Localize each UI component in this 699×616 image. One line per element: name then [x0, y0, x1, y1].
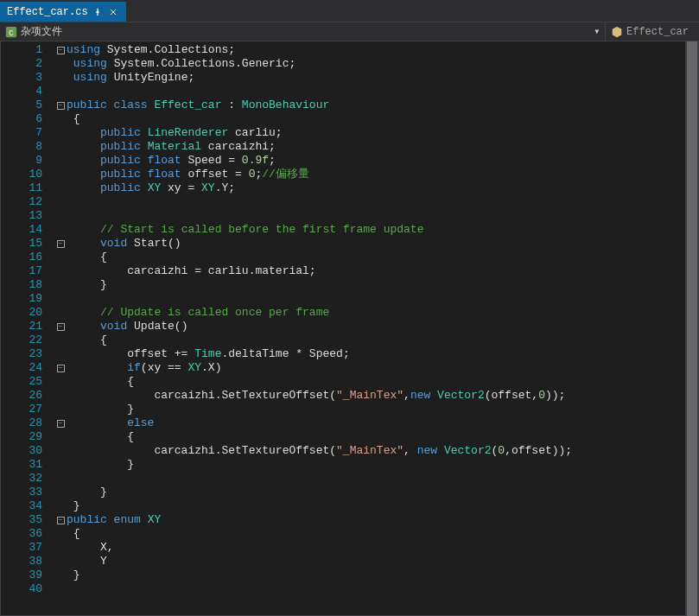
code-line[interactable] [67, 85, 698, 98]
fold-cell [54, 181, 67, 195]
code-line[interactable] [67, 209, 698, 223]
line-number: 13 [1, 209, 54, 223]
code-line[interactable]: public float offset = 0;//偏移量 [67, 168, 698, 181]
fold-minus-icon[interactable]: − [57, 240, 65, 248]
code-line[interactable]: // Update is called once per frame [67, 306, 698, 320]
line-number: 11 [1, 181, 54, 195]
code-line[interactable]: carcaizhi.SetTextureOffset("_MainTex", n… [67, 444, 698, 458]
fold-cell [54, 57, 67, 71]
line-number: 37 [1, 541, 54, 555]
fold-cell [54, 458, 67, 472]
line-number: 2 [1, 57, 54, 71]
code-line[interactable]: else [67, 416, 698, 430]
code-line[interactable]: public LineRenderer carliu; [67, 126, 698, 140]
fold-cell [54, 126, 67, 140]
code-line[interactable]: using System.Collections.Generic; [67, 57, 698, 71]
fold-minus-icon[interactable]: − [57, 47, 65, 54]
code-line[interactable]: // Start is called before the first fram… [67, 223, 698, 237]
line-number: 35 [1, 513, 54, 527]
fold-minus-icon[interactable]: − [57, 365, 65, 372]
code-line[interactable]: void Update() [67, 320, 698, 333]
close-icon[interactable] [107, 6, 119, 18]
breadcrumb-bar: C 杂项文件 ▾ Effect_car [0, 22, 699, 41]
line-number: 25 [1, 375, 54, 389]
breadcrumb-left[interactable]: C 杂项文件 [0, 24, 67, 39]
fold-minus-icon[interactable]: − [57, 517, 65, 524]
line-number: 20 [1, 306, 54, 320]
fold-cell[interactable]: − [54, 513, 67, 527]
code-line[interactable]: carcaizhi.SetTextureOffset("_MainTex",ne… [67, 389, 698, 403]
code-line[interactable] [67, 195, 698, 209]
fold-cell [54, 223, 67, 237]
code-line[interactable]: } [67, 568, 698, 582]
scrollbar-thumb[interactable] [687, 41, 697, 616]
editor: 1234567891011121314151617181920212223242… [0, 41, 699, 616]
fold-cell [54, 278, 67, 292]
csharp-file-icon: C [5, 26, 17, 38]
code-line[interactable] [67, 292, 698, 306]
fold-cell [54, 444, 67, 458]
code-line[interactable]: } [67, 499, 698, 513]
code-line[interactable]: public Material carcaizhi; [67, 140, 698, 154]
fold-minus-icon[interactable]: − [57, 420, 65, 428]
line-number: 3 [1, 71, 54, 85]
fold-minus-icon[interactable]: − [57, 102, 65, 110]
class-icon [611, 26, 623, 38]
code-line[interactable]: X, [67, 541, 698, 555]
line-number: 32 [1, 472, 54, 486]
breadcrumb-dropdown-icon[interactable]: ▾ [589, 25, 605, 38]
line-number: 12 [1, 195, 54, 209]
code-area[interactable]: using System.Collections; using System.C… [67, 41, 698, 615]
vertical-scrollbar[interactable] [685, 41, 699, 616]
code-line[interactable]: offset += Time.deltaTime * Speed; [67, 347, 698, 361]
code-line[interactable]: } [67, 278, 698, 292]
line-number: 18 [1, 278, 54, 292]
fold-cell [54, 140, 67, 154]
fold-cell [54, 430, 67, 444]
code-line[interactable]: public float Speed = 0.9f; [67, 154, 698, 168]
code-line[interactable]: using UnityEngine; [67, 71, 698, 85]
fold-cell [54, 403, 67, 416]
code-line[interactable]: Y [67, 555, 698, 568]
line-number: 23 [1, 347, 54, 361]
code-line[interactable]: void Start() [67, 237, 698, 251]
tab-filename: Effect_car.cs [7, 6, 88, 18]
fold-cell[interactable]: − [54, 361, 67, 375]
fold-cell [54, 264, 67, 278]
line-number: 5 [1, 98, 54, 112]
fold-cell[interactable]: − [54, 416, 67, 430]
code-line[interactable] [67, 472, 698, 486]
fold-cell [54, 333, 67, 347]
code-line[interactable]: carcaizhi = carliu.material; [67, 264, 698, 278]
code-line[interactable]: } [67, 486, 698, 499]
fold-minus-icon[interactable]: − [57, 323, 65, 331]
fold-cell[interactable]: − [54, 237, 67, 251]
code-line[interactable]: { [67, 430, 698, 444]
fold-cell [54, 292, 67, 306]
active-tab[interactable]: Effect_car.cs [0, 2, 126, 22]
line-number: 39 [1, 568, 54, 582]
code-line[interactable]: } [67, 403, 698, 416]
code-line[interactable]: { [67, 112, 698, 126]
breadcrumb-right[interactable]: Effect_car [605, 22, 699, 41]
code-line[interactable] [67, 582, 698, 596]
fold-cell [54, 527, 67, 541]
code-line[interactable]: { [67, 375, 698, 389]
code-line[interactable]: public enum XY [67, 513, 698, 527]
fold-cell[interactable]: − [54, 98, 67, 112]
line-number: 16 [1, 251, 54, 264]
code-line[interactable]: { [67, 333, 698, 347]
code-line[interactable]: public class Effect_car : MonoBehaviour [67, 98, 698, 112]
fold-cell[interactable]: − [54, 320, 67, 333]
code-line[interactable]: if(xy == XY.X) [67, 361, 698, 375]
code-line[interactable]: { [67, 251, 698, 264]
pin-icon[interactable] [93, 8, 102, 16]
code-line[interactable]: public XY xy = XY.Y; [67, 181, 698, 195]
fold-cell[interactable]: − [54, 43, 67, 57]
line-number: 9 [1, 154, 54, 168]
code-line[interactable]: } [67, 458, 698, 472]
line-number: 22 [1, 333, 54, 347]
code-line[interactable]: { [67, 527, 698, 541]
fold-cell [54, 486, 67, 499]
code-line[interactable]: using System.Collections; [67, 43, 698, 57]
